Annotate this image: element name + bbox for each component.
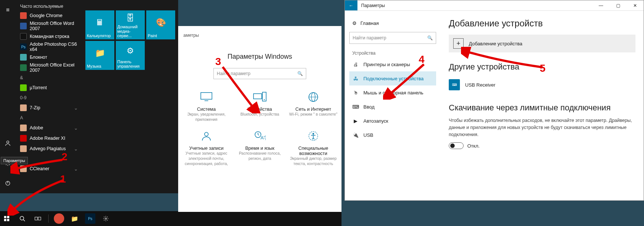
- taskbar-app-photoshop[interactable]: Ps: [85, 213, 95, 224]
- app-label: CCleaner: [30, 166, 49, 171]
- app-row[interactable]: CCleaner⌄: [17, 164, 81, 174]
- taskbar-app-chrome[interactable]: [54, 213, 64, 224]
- app-row[interactable]: Microsoft Office Excel 2007: [17, 62, 81, 73]
- page-title: Параметры Windows: [178, 53, 341, 61]
- section-heading: Другие устройства: [449, 62, 635, 72]
- sidebar-item-label: Мышь и сенсорная панель: [363, 90, 424, 96]
- connected-devices-icon: 🖧: [352, 75, 359, 82]
- settings-tooltip: Параметры: [1, 157, 28, 164]
- toggle-label: Откл.: [467, 143, 480, 149]
- svg-rect-5: [7, 216, 9, 218]
- chevron-down-icon: ⌄: [74, 105, 78, 111]
- settings-main: Добавление устройств + Добавление устрой…: [441, 11, 644, 200]
- app-label: Блокнот: [30, 55, 47, 60]
- taskbar-app-explorer[interactable]: 📁: [69, 213, 80, 224]
- svg-text:A字: A字: [261, 135, 266, 141]
- user-icon[interactable]: [0, 135, 16, 151]
- app-row[interactable]: Adobe⌄: [17, 123, 81, 133]
- category-desc: Wi-Fi, режим " в самолете": [287, 112, 339, 117]
- home-link[interactable]: ⚙Главная: [349, 18, 436, 28]
- category-desc: Распознавание голоса, регион, дата: [234, 151, 286, 161]
- category-name: Система: [180, 107, 232, 112]
- app-row[interactable]: Microsoft Office Word 2007: [17, 21, 81, 31]
- start-rail: ≡: [0, 0, 16, 193]
- minimize-button[interactable]: —: [592, 0, 609, 11]
- chevron-down-icon: ⌄: [74, 166, 78, 172]
- start-button[interactable]: [1, 213, 12, 224]
- svg-point-21: [205, 132, 208, 136]
- power-icon[interactable]: [0, 175, 16, 191]
- alpha-header[interactable]: &: [17, 73, 81, 83]
- svg-rect-6: [4, 219, 6, 221]
- app-row[interactable]: Командная строка: [17, 31, 81, 42]
- close-button[interactable]: ✕: [627, 0, 644, 11]
- autoplay-icon: ▶: [352, 117, 359, 124]
- tile-label: Paint: [148, 33, 174, 38]
- app-label: Командная строка: [30, 34, 69, 39]
- tile-media-server[interactable]: 🗄Домашний медиа-серве...: [116, 10, 145, 39]
- maximize-button[interactable]: ▢: [609, 0, 627, 11]
- start-menu: ≡ Часто используемые Google Chrome Micro…: [0, 0, 178, 193]
- toggle-switch-off[interactable]: [449, 142, 464, 149]
- sidebar-item-input[interactable]: ⌨Ввод: [349, 100, 436, 114]
- device-row[interactable]: ⌨ USB Receiver: [449, 76, 635, 93]
- app-label: Adobe: [30, 125, 43, 130]
- app-row[interactable]: 7-Zip⌄: [17, 103, 81, 113]
- sidebar-item-printers[interactable]: 🖨Принтеры и сканеры: [349, 57, 436, 71]
- back-button[interactable]: ←: [345, 0, 357, 10]
- tile-label: Калькулятор: [87, 33, 113, 38]
- taskbar: 📁 Ps: [0, 211, 341, 226]
- taskview-icon[interactable]: [33, 213, 43, 224]
- sidebar-item-usb[interactable]: 🔌USB: [349, 128, 436, 142]
- chevron-down-icon: ⌄: [74, 146, 78, 152]
- search-input[interactable]: Найти параметр 🔍: [213, 68, 306, 79]
- apps-list: Часто используемые Google Chrome Microso…: [16, 0, 82, 193]
- category-desc: Учетные записи, адрес электронной почты,…: [180, 151, 232, 166]
- app-label: Microsoft Office Word 2007: [30, 21, 78, 31]
- folder-icon: 📁: [87, 42, 113, 64]
- category-accounts[interactable]: Учетные записиУчетные записи, адрес элек…: [180, 129, 232, 166]
- taskbar-settings-icon[interactable]: [101, 213, 111, 224]
- add-device-button[interactable]: + Добавление устройства: [449, 35, 635, 52]
- category-accessibility[interactable]: Специальные возможностиЭкранный диктор, …: [287, 129, 339, 166]
- tile-music[interactable]: 📁Музыка: [85, 41, 114, 70]
- app-row[interactable]: Adobe Reader XI: [17, 133, 81, 143]
- globe-icon: [305, 90, 321, 104]
- category-network[interactable]: Сеть и ИнтернетWi-Fi, режим " в самолете…: [287, 90, 339, 122]
- category-devices[interactable]: УстройстваBluetooth, устройства: [234, 90, 286, 122]
- search-input[interactable]: Найти параметр🔍: [349, 32, 436, 44]
- category-time-language[interactable]: A字Время и языкРаспознавание голоса, реги…: [234, 129, 286, 166]
- sidebar-item-label: Ввод: [363, 104, 375, 110]
- tile-control-panel[interactable]: ⚙Панель управления: [116, 41, 145, 70]
- tile-label: Домашний медиа-серве...: [117, 25, 143, 38]
- alpha-header[interactable]: 0-9: [17, 93, 81, 103]
- app-row[interactable]: µTorrent: [17, 83, 81, 93]
- app-label: Adobe Photoshop CS6 x64: [30, 42, 78, 52]
- app-row[interactable]: PsAdobe Photoshop CS6 x64: [17, 42, 81, 52]
- category-system[interactable]: СистемаЭкран, уведомления, приложения: [180, 90, 232, 122]
- app-row[interactable]: Блокнот: [17, 52, 81, 62]
- app-row[interactable]: Advego Plagiatus⌄: [17, 143, 81, 154]
- tile-calculator[interactable]: 🖩Калькулятор: [85, 10, 114, 39]
- metered-toggle[interactable]: Откл.: [449, 142, 635, 149]
- app-row[interactable]: Google Chrome: [17, 10, 81, 21]
- sidebar-item-autoplay[interactable]: ▶Автозапуск: [349, 114, 436, 128]
- sidebar-item-label: USB: [363, 132, 373, 138]
- app-label: Google Chrome: [30, 13, 62, 18]
- titlebar: ← Параметры — ▢ ✕: [345, 0, 644, 11]
- paint-icon: 🎨: [148, 12, 174, 33]
- sidebar-item-connected-devices[interactable]: 🖧Подключенные устройства: [349, 71, 436, 85]
- search-icon: 🔍: [427, 35, 433, 41]
- search-taskbar-icon[interactable]: [17, 213, 27, 224]
- sidebar-item-mouse[interactable]: 🖱Мышь и сенсорная панель: [349, 85, 436, 100]
- tile-label: Музыка: [87, 64, 113, 68]
- hamburger-icon[interactable]: ≡: [0, 2, 16, 18]
- printer-icon: 🖨: [352, 61, 359, 68]
- control-panel-icon: ⚙: [117, 42, 143, 59]
- alpha-header[interactable]: A: [17, 113, 81, 123]
- tile-label: Панель управления: [117, 59, 143, 68]
- settings-sidebar: ⚙Главная Найти параметр🔍 Устройства 🖨При…: [345, 11, 441, 200]
- category-name: Специальные возможности: [287, 146, 339, 156]
- svg-point-25: [313, 133, 314, 135]
- tile-paint[interactable]: 🎨Paint: [146, 10, 175, 39]
